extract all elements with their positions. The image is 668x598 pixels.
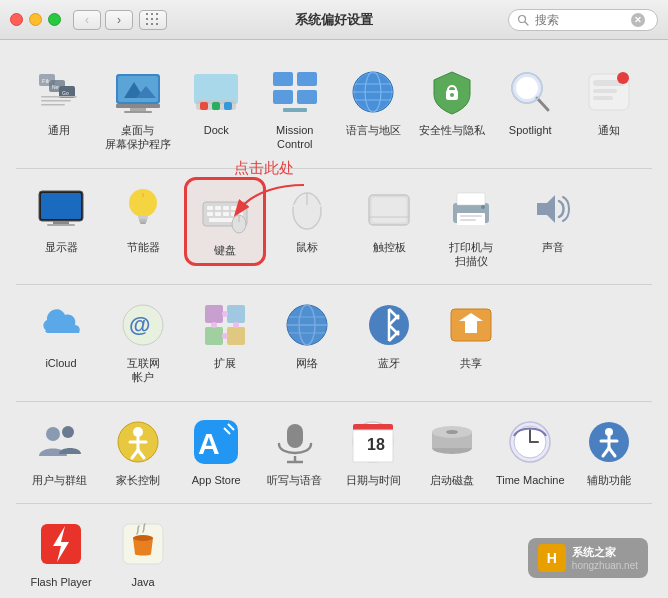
svg-point-36 (450, 93, 454, 97)
pref-datetime[interactable]: 18 日期与时间 (334, 410, 413, 493)
pref-internet[interactable]: @ 互联网帐户 (102, 293, 184, 391)
svg-point-106 (46, 427, 60, 441)
keyboard-icon (199, 186, 251, 238)
desktop-label: 桌面与屏幕保护程序 (105, 123, 171, 152)
pref-dock[interactable]: Dock (177, 60, 256, 143)
svg-rect-87 (205, 327, 223, 345)
sharing-icon (445, 299, 497, 351)
pref-printer[interactable]: 打印机与扫描仪 (430, 177, 512, 275)
notifications-icon (583, 66, 635, 118)
svg-point-38 (516, 77, 538, 99)
svg-point-90 (222, 333, 228, 339)
icloud-label: iCloud (45, 356, 76, 370)
pref-desktop[interactable]: 桌面与屏幕保护程序 (99, 60, 178, 158)
flashplayer-label: Flash Player (30, 575, 91, 589)
close-button[interactable] (10, 13, 23, 26)
svg-rect-44 (593, 96, 613, 100)
energy-label: 节能器 (127, 240, 160, 254)
network-label: 网络 (296, 356, 318, 370)
pref-flashplayer[interactable]: Flash Player (20, 512, 102, 595)
pref-security[interactable]: 安全性与隐私 (413, 60, 492, 143)
pref-dictation[interactable]: 听写与语音 (256, 410, 335, 493)
svg-rect-20 (200, 102, 208, 110)
search-input[interactable] (535, 13, 625, 27)
svg-rect-18 (194, 74, 238, 104)
svg-rect-10 (41, 104, 65, 106)
pref-general[interactable]: File New Go 通用 (20, 60, 99, 143)
pref-java[interactable]: Java (102, 512, 184, 595)
pref-language[interactable]: 语言与地区 (334, 60, 413, 143)
security-label: 安全性与隐私 (419, 123, 485, 137)
svg-point-81 (481, 205, 485, 209)
bluetooth-label: 蓝牙 (378, 356, 400, 370)
display-icon (35, 183, 87, 235)
svg-rect-78 (457, 193, 485, 205)
grid-view-button[interactable] (139, 10, 167, 30)
notifications-label: 通知 (598, 123, 620, 137)
svg-line-39 (537, 98, 548, 110)
svg-rect-24 (297, 72, 317, 86)
extensions-icon (199, 299, 251, 351)
pref-energy[interactable]: 节能器 (102, 177, 184, 260)
pref-spotlight[interactable]: Spotlight (491, 60, 570, 143)
datetime-icon: 18 (347, 416, 399, 468)
svg-rect-23 (273, 72, 293, 86)
svg-rect-86 (227, 305, 245, 323)
pref-mission-control[interactable]: MissionControl (256, 60, 335, 158)
pref-network[interactable]: 网络 (266, 293, 348, 376)
pref-startup[interactable]: 启动磁盘 (413, 410, 492, 493)
pref-trackpad[interactable]: 触控板 (348, 177, 430, 260)
svg-rect-88 (227, 327, 245, 345)
pref-users[interactable]: 用户与群组 (20, 410, 99, 493)
back-button[interactable]: ‹ (73, 10, 101, 30)
pref-parental[interactable]: 家长控制 (99, 410, 178, 493)
spotlight-icon (504, 66, 556, 118)
pref-extensions[interactable]: 扩展 (184, 293, 266, 376)
svg-rect-74 (371, 197, 407, 223)
watermark-site: 系统之家 (572, 545, 638, 560)
window-title: 系统偏好设置 (295, 11, 373, 29)
icloud-icon (35, 299, 87, 351)
svg-rect-43 (593, 89, 617, 93)
language-label: 语言与地区 (346, 123, 401, 137)
svg-rect-65 (223, 212, 229, 216)
maximize-button[interactable] (48, 13, 61, 26)
pref-mouse[interactable]: 鼠标 (266, 177, 348, 260)
pref-notifications[interactable]: 通知 (570, 60, 649, 143)
mouse-icon (281, 183, 333, 235)
svg-rect-50 (47, 224, 75, 226)
pref-display[interactable]: 显示器 (20, 177, 102, 260)
pref-icloud[interactable]: iCloud (20, 293, 102, 376)
minimize-button[interactable] (29, 13, 42, 26)
section-row-hardware: 点击此处 显示器 (16, 168, 652, 285)
timemachine-icon (504, 416, 556, 468)
svg-text:18: 18 (367, 436, 385, 453)
flashplayer-icon (35, 518, 87, 570)
accessibility-label: 辅助功能 (587, 473, 631, 487)
traffic-lights (10, 13, 61, 26)
grid-dots-icon (146, 13, 160, 27)
section-row-personal: File New Go 通用 (16, 52, 652, 168)
timemachine-label: Time Machine (496, 473, 565, 487)
trackpad-label: 触控板 (373, 240, 406, 254)
sound-label: 声音 (542, 240, 564, 254)
svg-text:A: A (198, 427, 220, 460)
pref-accessibility[interactable]: 辅助功能 (570, 410, 649, 493)
svg-point-142 (133, 535, 153, 541)
appstore-label: App Store (192, 473, 241, 487)
watermark: H 系统之家 hongzhuan.net (528, 538, 648, 578)
pref-sharing[interactable]: 共享 (430, 293, 512, 376)
titlebar: ‹ › 系统偏好设置 ✕ (0, 0, 668, 40)
pref-appstore[interactable]: A App Store (177, 410, 256, 493)
pref-keyboard[interactable]: 键盘 (184, 177, 266, 266)
pref-timemachine[interactable]: Time Machine (491, 410, 570, 493)
bluetooth-icon (363, 299, 415, 351)
pref-bluetooth[interactable]: 蓝牙 (348, 293, 430, 376)
forward-button[interactable]: › (105, 10, 133, 30)
pref-sound[interactable]: 声音 (512, 177, 594, 260)
java-icon (117, 518, 169, 570)
internet-icon: @ (117, 299, 169, 351)
search-bar[interactable]: ✕ (508, 9, 658, 31)
search-clear-button[interactable]: ✕ (631, 13, 645, 27)
svg-point-128 (446, 430, 458, 434)
